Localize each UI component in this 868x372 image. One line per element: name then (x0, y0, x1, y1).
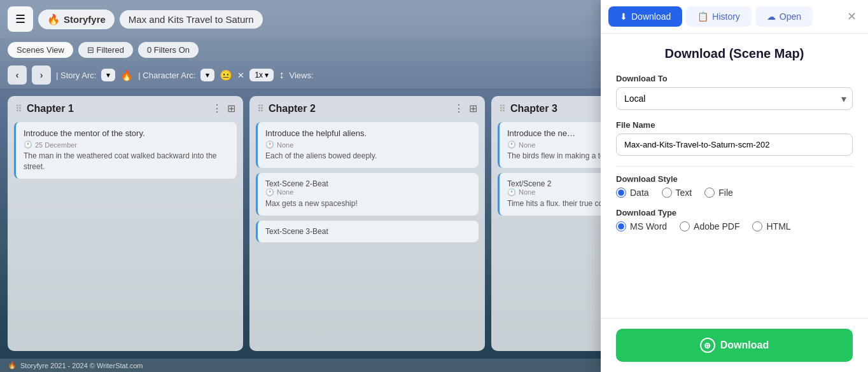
scene-card[interactable]: Introduce the ne… 🕐 None The birds flew … (498, 122, 601, 168)
scene-card[interactable]: Text/Scene 2 🕐 None Time hits a flux. th… (498, 173, 601, 216)
flame-icon: 🔥 (47, 13, 60, 25)
clock-icon: 🕐 (265, 188, 274, 196)
style-text-option[interactable]: Text (662, 188, 692, 198)
grid-icon: ⠿ (257, 104, 263, 114)
style-file-option[interactable]: File (704, 188, 733, 198)
type-adobepdf-label: Adobe PDF (694, 221, 739, 231)
type-adobepdf-radio[interactable] (680, 221, 690, 231)
type-msword-label: MS Word (630, 221, 667, 231)
clock-icon: 🕐 (265, 141, 274, 149)
zoom-dropdown[interactable]: 1x ▾ (249, 69, 274, 81)
style-text-radio[interactable] (662, 188, 672, 198)
download-style-label: Download Style (616, 174, 853, 184)
panel-close-button[interactable]: ✕ (843, 8, 860, 25)
style-data-radio[interactable] (616, 188, 626, 198)
nav-next-button[interactable]: › (32, 65, 51, 85)
chapters-area: ⠿ Chapter 1 ⋮ ⊞ Introduce the mentor of … (0, 88, 601, 359)
scene-excerpt: Each of the aliens bowed deeply. (265, 151, 471, 162)
sort-icon: ↕ (279, 69, 284, 81)
chapter-2-title: Chapter 2 (269, 103, 316, 114)
footer-flame-icon: 🔥 (8, 361, 17, 369)
scene-time: None (519, 188, 535, 196)
scene-meta: 🕐 25 December (24, 141, 229, 149)
filtered-button[interactable]: ⊟ Filtered (78, 42, 133, 58)
download-tab[interactable]: ⬇ Download (608, 6, 682, 27)
chapter-3-scenes: Introduce the ne… 🕐 None The birds flew … (491, 120, 601, 351)
scene-meta: 🕐 None (507, 188, 601, 196)
brand-pill: 🔥 Storyfyre (38, 10, 115, 29)
history-tab-label: History (712, 11, 740, 22)
style-data-option[interactable]: Data (616, 188, 649, 198)
final-download-label: Download (720, 340, 769, 351)
scene-meta: 🕐 None (265, 141, 471, 149)
type-msword-radio[interactable] (616, 221, 626, 231)
project-title: Max and Kits Travel to Saturn (129, 14, 254, 25)
scene-beat-label: Text-Scene 3-Beat (265, 227, 471, 236)
chapter-1-title-row: ⠿ Chapter 1 (15, 103, 74, 114)
scene-card[interactable]: Text-Scene 2-Beat 🕐 None Max gets a new … (256, 173, 479, 216)
expand-icon: ✕ (237, 71, 244, 80)
type-adobepdf-option[interactable]: Adobe PDF (680, 221, 739, 231)
history-tab[interactable]: 📋 History (686, 6, 752, 27)
nav-prev-button[interactable]: ‹ (8, 65, 27, 85)
download-to-label: Download To (616, 74, 853, 83)
scene-excerpt: Time hits a flux. their true colors sky. (507, 198, 601, 209)
divider (616, 166, 853, 167)
style-file-radio[interactable] (704, 188, 715, 198)
scene-beat-label: Text-Scene 2-Beat (265, 179, 471, 188)
download-to-select[interactable]: Local Google Drive Dropbox (616, 87, 853, 110)
type-msword-option[interactable]: MS Word (616, 221, 667, 231)
chapter-2-title-row: ⠿ Chapter 2 (257, 103, 316, 114)
chapter-3-title-row: ⠿ Chapter 3 (499, 103, 557, 114)
chapter-1-column: ⠿ Chapter 1 ⋮ ⊞ Introduce the mentor of … (8, 96, 243, 351)
main-content: ☰ 🔥 Storyfyre Max and Kits Travel to Sat… (0, 0, 601, 372)
download-to-group: Download To Local Google Drive Dropbox ▾ (616, 74, 853, 110)
scene-title: Introduce the mentor of the story. (24, 128, 229, 138)
scene-card[interactable]: Introduce the mentor of the story. 🕐 25 … (14, 122, 237, 179)
type-html-option[interactable]: HTML (752, 221, 790, 231)
file-name-input[interactable] (616, 134, 853, 156)
filters-on-button[interactable]: 0 Filters On (138, 42, 199, 58)
download-type-label: Download Type (616, 208, 853, 217)
story-arc-flame-icon: 🔥 (120, 69, 133, 81)
download-type-group: Download Type MS Word Adobe PDF HTML (616, 208, 853, 231)
scene-title: Introduce the helpful aliens. (265, 128, 471, 138)
scene-meta: 🕐 None (265, 188, 471, 196)
chapter-2-menu-button[interactable]: ⋮ (454, 102, 464, 114)
final-download-button[interactable]: ⊕ Download (616, 329, 853, 362)
open-tab-label: Open (780, 11, 801, 22)
scene-card[interactable]: Introduce the helpful aliens. 🕐 None Eac… (256, 122, 479, 168)
grid-icon: ⠿ (499, 104, 505, 114)
close-icon: ✕ (847, 10, 857, 24)
footer-text: Storyfyre 2021 - 2024 © WriterStat.com (20, 362, 143, 369)
footer-bar: 🔥 Storyfyre 2021 - 2024 © WriterStat.com (0, 359, 601, 372)
chapter-2-actions: ⋮ ⊞ (454, 102, 477, 114)
story-arc-label: | Story Arc: (56, 71, 96, 80)
chapter-2-add-button[interactable]: ⊞ (469, 102, 477, 114)
chevron-left-icon: ‹ (16, 70, 19, 80)
download-circle-icon: ⊕ (700, 338, 715, 353)
char-arc-dropdown[interactable]: ▾ (200, 69, 214, 81)
chapter-1-add-button[interactable]: ⊞ (227, 102, 235, 114)
scene-card[interactable]: Text-Scene 3-Beat (256, 221, 479, 242)
download-arrow-icon: ⊕ (704, 341, 711, 350)
menu-button[interactable]: ☰ (8, 6, 33, 32)
chevron-right-icon: › (40, 70, 43, 80)
scenes-view-button[interactable]: Scenes View (8, 42, 73, 58)
chapter-2-scenes: Introduce the helpful aliens. 🕐 None Eac… (249, 120, 485, 351)
style-file-label: File (718, 188, 733, 198)
story-arc-dropdown[interactable]: ▾ (101, 69, 115, 81)
scene-title: Introduce the ne… (507, 128, 601, 138)
topbar: ☰ 🔥 Storyfyre Max and Kits Travel to Sat… (0, 0, 601, 38)
filters-on-label: 0 Filters On (147, 45, 190, 55)
scene-time: None (277, 141, 293, 149)
chapter-3-title: Chapter 3 (510, 103, 557, 114)
chapter-1-menu-button[interactable]: ⋮ (212, 102, 222, 114)
scene-meta: 🕐 None (507, 141, 601, 149)
clock-icon: 🕐 (507, 188, 516, 196)
project-title-pill[interactable]: Max and Kits Travel to Saturn (120, 10, 263, 29)
open-tab[interactable]: ☁ Open (755, 6, 813, 27)
history-tab-icon: 📋 (697, 11, 708, 22)
download-type-radio-group: MS Word Adobe PDF HTML (616, 221, 853, 231)
type-html-radio[interactable] (752, 221, 762, 231)
